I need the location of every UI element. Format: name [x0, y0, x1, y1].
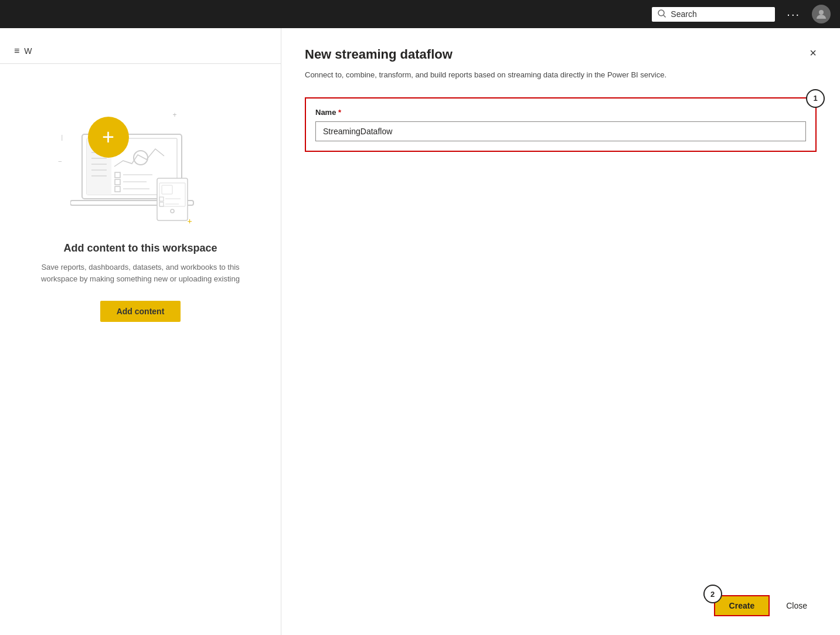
hamburger-icon: ≡ — [14, 46, 19, 56]
name-label: Name * — [315, 108, 806, 117]
plus-icon: + — [102, 127, 114, 148]
deco-plus-2: | — [62, 134, 63, 141]
modal-description: Connect to, combine, transform, and buil… — [305, 69, 703, 81]
add-content-title: Add content to this workspace — [63, 242, 217, 254]
svg-line-1 — [664, 15, 666, 18]
name-section: 1 Name * — [305, 97, 817, 152]
workspace-title: W — [24, 46, 32, 56]
deco-dash: – — [59, 158, 62, 164]
more-button[interactable]: ··· — [782, 5, 805, 23]
svg-point-0 — [658, 10, 664, 16]
modal-title: New streaming dataflow — [305, 47, 453, 62]
step-2-badge: 2 — [703, 585, 722, 603]
right-panel: New streaming dataflow × Connect to, com… — [281, 28, 840, 635]
illustration: + + | + – — [59, 99, 223, 228]
create-area: 2 Create — [714, 595, 770, 616]
svg-rect-20 — [157, 178, 188, 220]
workspace-body: + + | + – — [12, 64, 270, 635]
deco-plus-1: + — [173, 111, 177, 119]
svg-rect-13 — [115, 172, 120, 178]
svg-rect-15 — [115, 186, 120, 192]
add-content-desc: Save reports, dashboards, datasets, and … — [35, 262, 246, 284]
avatar[interactable] — [812, 5, 831, 23]
main-content: ≡ W + + | + – — [0, 28, 840, 635]
yellow-circle: + — [88, 117, 129, 158]
close-button[interactable]: Close — [777, 596, 817, 615]
create-button[interactable]: Create — [714, 595, 770, 616]
svg-point-2 — [819, 10, 824, 15]
search-icon — [658, 9, 666, 19]
topbar: Search ··· — [0, 0, 840, 28]
required-star: * — [338, 108, 341, 117]
search-box[interactable]: Search — [652, 7, 775, 22]
left-panel: ≡ W + + | + – — [0, 28, 281, 635]
workspace-header: ≡ W — [0, 46, 281, 64]
name-input[interactable] — [315, 121, 806, 141]
modal-footer: 2 Create Close — [305, 595, 817, 616]
add-content-button[interactable]: Add content — [100, 301, 181, 322]
modal-dialog: New streaming dataflow × Connect to, com… — [281, 28, 840, 635]
modal-close-button[interactable]: × — [810, 47, 817, 59]
modal-header: New streaming dataflow × — [305, 47, 817, 62]
svg-rect-14 — [115, 179, 120, 185]
step-1-badge: 1 — [806, 89, 825, 108]
search-label: Search — [671, 9, 696, 19]
